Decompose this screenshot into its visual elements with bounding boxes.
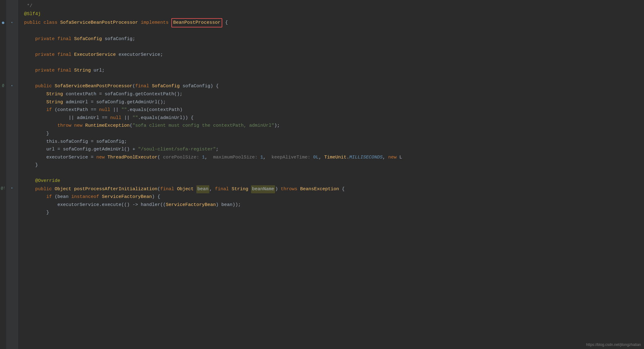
indicator-row-22 [0,169,6,177]
code-line-11: public SofaServiceBeanPostProcessor(fina… [24,83,644,91]
keyword-implements: implements [141,19,171,27]
brace-close-21: } [24,162,38,169]
gutter-row-26 [6,200,18,208]
code-content: */ @Slf4j public class SofaServiceBeanPo… [18,0,644,349]
paren-16: ( [130,122,132,129]
type-string-13: String [24,99,66,106]
gutter-row-1 [6,3,18,11]
comma-20b: , [263,154,271,161]
brace-25: ) { [152,193,160,201]
type-executorservice: ExecutorService [74,51,119,59]
method-constructor: SofaServiceBeanPostProcessor [55,83,132,90]
at-symbol-2: @! [1,186,5,191]
brace-close-27: } [24,209,49,216]
kw-public-11: public [24,83,55,90]
kw-private-5: private [24,35,57,43]
semicolon-19: ; [216,146,219,153]
indicator-row-16 [0,121,6,129]
method-postprocess: postProcessAfterInitialization [74,186,157,193]
num-1b: 1 [260,154,263,161]
keyword-public-3: public [24,19,44,27]
code-line-4 [24,27,644,35]
kw-throws-24: throws [281,186,300,193]
kw-final-11: final [135,83,152,90]
gutter-row-20 [6,153,18,161]
gutter-icons: ▾ ▾ [6,0,18,216]
fold-icon-11[interactable]: ▾ [11,84,13,88]
fold-icon-24[interactable]: ▾ [11,186,13,191]
annotation-override: @Override [24,177,60,185]
code-line-23: @Override [24,177,644,185]
paren-close-24: ) [275,186,281,193]
classname-sofa: SofaServiceBeanPostProcessor [60,19,141,27]
equals-15: .equals(adminUrl)) { [138,114,194,122]
gutter-row-5 [6,35,18,43]
var-url: url; [94,67,105,74]
indicator-row-18 [0,137,6,145]
field-milliseconds: MILLISECONDS [349,154,383,161]
type-object-24b: Object [177,186,196,193]
indicator-row-15 [0,113,6,121]
class-beanpostprocessor: BeanPostProcessor [173,20,220,25]
indicator-row-24: @! [0,185,6,193]
or-14: || [113,106,121,114]
code-line-17: } [24,130,644,138]
code-line-21: } [24,162,644,170]
param-sofaconfig: sofaConfig) { [182,83,219,90]
run-indicator [2,22,4,24]
var-contextpath: contextPath = sofaConfig.getContextPath(… [66,91,182,98]
code-line-18: this.sofaConfig = sofaConfig; [24,138,644,146]
bottom-url-text: https://blog.csdn.net/jilongzhatian [586,343,641,347]
gutter-row-8 [6,58,18,66]
gutter-row-9 [6,66,18,74]
gutter-row-27 [6,208,18,216]
line-gutter: ▾ ▾ [6,0,18,349]
param-label-keep: keepAliveTime: [271,154,313,161]
code-line-26: executorService.execute(() -> handler((S… [24,201,644,209]
comma-20c: , [319,154,324,161]
param-label-max: maximumPoolSize: [213,154,260,161]
indicator-row-1 [0,3,6,11]
code-line-10 [24,75,644,83]
gutter-row-10 [6,74,18,82]
gutter-row-24: ▾ [6,185,18,193]
kw-private-7: private [24,51,57,59]
code-line-1: */ [24,2,644,10]
code-line-8 [24,59,644,67]
paren-open-20: ( [157,154,163,161]
kw-if-25: if [24,193,55,201]
string-path: "/soul-client/sofa-register" [138,146,216,153]
indicator-row-5 [0,35,6,43]
param-label-core: corePoolSize: [163,154,202,161]
fold-icon-3[interactable]: ▾ [11,20,13,25]
kw-null-15: null [110,114,124,122]
kw-null-14: null [99,106,113,114]
type-sofaconfig: SofaConfig [74,35,105,43]
kw-final-9: final [57,67,74,74]
paren-25: (bean [55,193,71,201]
code-line-20: executorService = new ThreadPoolExecutor… [24,154,644,162]
code-line-3: public class SofaServiceBeanPostProcesso… [24,18,644,27]
cond-open-14: (contextPath == [55,106,99,114]
type-sofaconfig-11: SofaConfig [152,83,182,90]
equals-14: .equals(contextPath) [127,106,182,114]
assign-sofaconfig: this.sofaConfig = sofaConfig; [24,138,127,146]
code-line-14: if (contextPath == null || "".equals(con… [24,106,644,114]
gutter-row-16 [6,121,18,129]
gutter-row-14 [6,106,18,114]
gutter-row-19 [6,145,18,153]
indicator-row-17 [0,129,6,138]
type-string-9: String [74,67,94,74]
assign-url: url = sofaConfig.getAdminUrl() + [24,146,138,153]
kw-final-7: final [57,51,74,59]
type-beansexception: BeansException [300,186,342,193]
code-line-9: private final String url; [24,67,644,75]
num-1a: 1 [202,154,205,161]
code-line-13: String adminUrl = sofaConfig.getAdminUrl… [24,99,644,107]
indent-15: || adminUrl == [24,114,110,122]
gutter-row-7 [6,51,18,59]
indicator-row-4 [0,27,6,35]
param-bean-highlight: bean [196,185,209,193]
indicator-row-9 [0,66,6,74]
param-bean: bean [197,187,208,192]
